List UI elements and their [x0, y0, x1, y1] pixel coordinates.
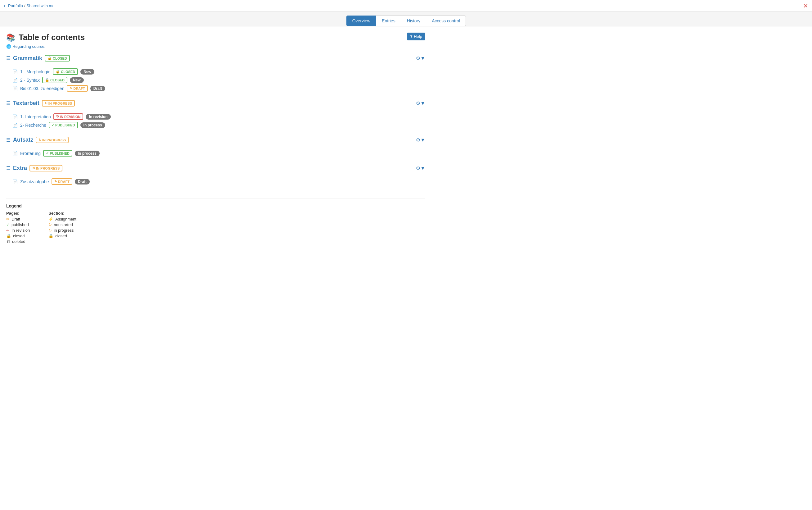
legend-in-progress-label: in progress — [54, 228, 73, 233]
grammatik-item-2-link[interactable]: 2 - Syntax — [20, 78, 40, 83]
legend-section-column: Section: ⚡ Assignment ↻ not started ↻ in… — [49, 211, 77, 245]
page-doc-icon-7: 📄 — [12, 179, 18, 184]
legend-in-revision-label: In revision — [11, 228, 30, 233]
textarbeit-item-2-link[interactable]: 2- Recherche — [20, 123, 46, 128]
aufsatz-item-1-link[interactable]: Erörterung — [20, 151, 41, 156]
aufsatz-gear-button[interactable]: ⚙▼ — [416, 137, 425, 143]
interpretation-in-revision-pill: In revision — [86, 114, 111, 120]
legend-title: Legend — [6, 203, 425, 208]
page-doc-icon-2: 📄 — [12, 78, 18, 83]
grammatik-item-1-link[interactable]: 1 - Morphologie — [20, 69, 50, 74]
page-doc-icon-3: 📄 — [12, 86, 18, 91]
legend-columns: Pages: ✏ Draft ✓ published ↩ In revision… — [6, 211, 425, 245]
legend-in-progress-item: ↻ in progress — [49, 228, 77, 233]
syntax-new-pill: New — [70, 77, 84, 83]
textarbeit-gear-button[interactable]: ⚙▼ — [416, 100, 425, 106]
aufsatz-status-badge: ↻ IN PROGRESS — [36, 137, 69, 143]
page-header: 📚 Table of contents ? Help — [6, 33, 425, 42]
breadcrumb: ‹ Portfolio / Shared with me — [4, 2, 55, 9]
section-grammatik: ☰ Grammatik 🔒 CLOSED ⚙▼ 📄 1 - Morphologi… — [6, 55, 425, 92]
legend-not-started-item: ↻ not started — [49, 222, 77, 227]
legend-section-closed-label: closed — [55, 233, 67, 238]
breadcrumb-separator: / — [24, 3, 26, 8]
page-doc-icon-6: 📄 — [12, 151, 18, 156]
in-progress-icon: ↻ — [45, 101, 48, 105]
page-title: 📚 Table of contents — [6, 33, 85, 42]
section-textarbeit-title[interactable]: Textarbeit — [13, 100, 39, 107]
extra-gear-button[interactable]: ⚙▼ — [416, 165, 425, 171]
help-icon: ? — [410, 34, 413, 39]
legend-draft-item: ✏ Draft — [6, 217, 30, 222]
legend-deleted-label: deleted — [12, 239, 26, 244]
section-menu-icon-2: ☰ — [6, 100, 10, 106]
section-textarbeit: ☰ Textarbeit ↻ IN PROGRESS ⚙▼ 📄 1- Inter… — [6, 100, 425, 129]
legend-assignment-item: ⚡ Assignment — [49, 217, 77, 222]
back-button[interactable]: ‹ — [4, 2, 6, 9]
erorterung-in-process-pill: In process — [75, 151, 100, 156]
legend-assignment-label: Assignment — [55, 217, 77, 222]
closed-lock-icon-2: 🔒 — [56, 69, 60, 74]
aufsatz-item-1: 📄 Erörterung ✓ PUBLISHED In process — [6, 149, 425, 158]
help-label: Help — [414, 34, 422, 39]
extra-item-1-link[interactable]: Zusatzaufgabe — [20, 179, 49, 184]
regarding-course-icon: 🌐 — [6, 44, 11, 49]
erorterung-published-badge: ✓ PUBLISHED — [43, 150, 72, 157]
bis-draft-badge: ✎ DRAFT — [67, 85, 88, 92]
grammatik-item-3: 📄 Bis 01.03. zu erledigen ✎ DRAFT Draft — [6, 84, 425, 92]
tab-entries[interactable]: Entries — [376, 16, 401, 26]
page-title-text: Table of contents — [19, 33, 85, 42]
help-button[interactable]: ? Help — [407, 33, 425, 40]
extra-status-badge: ↻ IN PROGRESS — [29, 165, 62, 171]
section-aufsatz-header: ☰ Aufsatz ↻ IN PROGRESS ⚙▼ — [6, 137, 425, 143]
section-textarbeit-actions: ⚙▼ — [416, 100, 425, 106]
section-extra: ☰ Extra ↻ IN PROGRESS ⚙▼ 📄 Zusatzaufgabe… — [6, 165, 425, 186]
tab-access-control[interactable]: Access control — [426, 16, 466, 26]
legend-pages-title: Pages: — [6, 211, 30, 216]
section-extra-header: ☰ Extra ↻ IN PROGRESS ⚙▼ — [6, 165, 425, 171]
section-extra-title[interactable]: Extra — [13, 165, 27, 171]
in-progress-icon-3: ↻ — [32, 166, 35, 170]
grammatik-status-badge: 🔒 CLOSED — [45, 55, 70, 61]
bis-draft-pill: Draft — [90, 86, 105, 91]
extra-divider — [6, 174, 425, 174]
in-progress-icon-2: ↻ — [38, 138, 41, 142]
legend-not-started-icon: ↻ — [49, 222, 52, 227]
legend: Legend Pages: ✏ Draft ✓ published ↩ In r… — [6, 198, 425, 245]
shared-with-me-link[interactable]: Shared with me — [26, 3, 54, 8]
morphologie-closed-badge: 🔒 CLOSED — [53, 68, 78, 75]
portfolio-link[interactable]: Portfolio — [8, 3, 23, 8]
recherche-in-process-pill: In process — [81, 122, 105, 128]
section-menu-icon-4: ☰ — [6, 165, 10, 171]
legend-published-icon: ✓ — [6, 222, 10, 227]
legend-pages-column: Pages: ✏ Draft ✓ published ↩ In revision… — [6, 211, 30, 245]
page-doc-icon-5: 📄 — [12, 123, 18, 128]
legend-draft-icon: ✏ — [6, 217, 10, 222]
section-menu-icon: ☰ — [6, 55, 10, 61]
section-extra-actions: ⚙▼ — [416, 165, 425, 171]
main-content: 📚 Table of contents ? Help 🌐 Regarding c… — [0, 26, 434, 251]
textarbeit-item-1-link[interactable]: 1- Interpretation — [20, 114, 51, 119]
tab-history[interactable]: History — [401, 16, 426, 26]
legend-draft-label: Draft — [11, 217, 20, 222]
interpretation-in-revision-badge: ↻ IN REVISION — [53, 113, 84, 120]
textarbeit-status-badge: ↻ IN PROGRESS — [42, 100, 75, 107]
legend-published-label: published — [11, 222, 29, 227]
aufsatz-divider — [6, 146, 425, 146]
legend-assignment-icon: ⚡ — [49, 217, 53, 222]
section-grammatik-actions: ⚙▼ — [416, 55, 425, 61]
top-bar: ‹ Portfolio / Shared with me ✕ — [0, 0, 812, 12]
section-grammatik-title[interactable]: Grammatik — [13, 55, 42, 61]
legend-deleted-icon: 🗑 — [6, 239, 10, 244]
section-textarbeit-header: ☰ Textarbeit ↻ IN PROGRESS ⚙▼ — [6, 100, 425, 107]
legend-closed-item: 🔒 closed — [6, 233, 30, 238]
section-extra-title-area: ☰ Extra ↻ IN PROGRESS — [6, 165, 62, 171]
section-aufsatz-title[interactable]: Aufsatz — [13, 137, 33, 143]
close-button[interactable]: ✕ — [803, 2, 808, 10]
legend-deleted-item: 🗑 deleted — [6, 239, 30, 244]
grammatik-item-3-link[interactable]: Bis 01.03. zu erledigen — [20, 86, 64, 91]
legend-closed-icon: 🔒 — [6, 233, 11, 238]
grammatik-gear-button[interactable]: ⚙▼ — [416, 55, 425, 61]
tab-overview[interactable]: Overview — [347, 16, 376, 26]
legend-section-title: Section: — [49, 211, 77, 216]
published-check-icon-2: ✓ — [46, 151, 49, 155]
